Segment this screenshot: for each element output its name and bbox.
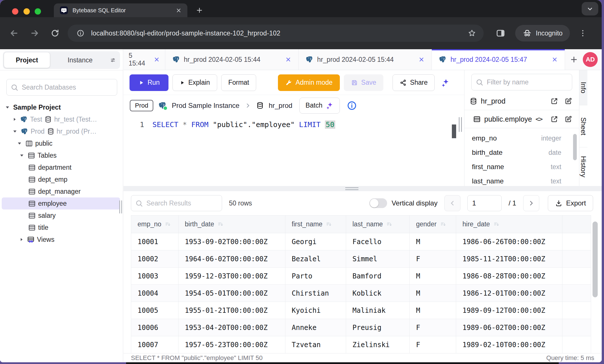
caret-down-icon[interactable] [16,140,23,147]
tab-sheet[interactable]: Sheet [579,105,587,147]
editor-tab-4-active[interactable]: hr_prod 2024-02-05 15:47 [432,49,565,70]
external-link-icon[interactable] [550,97,558,105]
close-tab-icon[interactable] [552,56,558,63]
external-link-icon[interactable] [550,115,558,123]
column-row-first-name[interactable]: first_name text [464,160,579,174]
new-tab-button[interactable] [193,3,206,17]
tree-item-views[interactable]: Views [0,234,123,246]
back-icon[interactable] [9,28,19,38]
panel-scrollbar-thumb[interactable] [573,134,577,160]
maximize-window-button[interactable] [35,8,41,15]
editor-scrollbar-thumb[interactable] [452,124,456,138]
sort-icon[interactable] [493,221,500,228]
url-bar[interactable]: localhost:8080/sql-editor/prod-sample-in… [68,25,484,42]
table-row[interactable]: 100071957-05-23T00:00:00ZTzvetanZielinsk… [131,336,591,353]
column-header-gender[interactable]: gender [410,215,456,233]
tree-item-title[interactable]: title [0,221,123,234]
code-icon[interactable]: <> [536,115,542,123]
close-tab-icon[interactable] [418,56,425,63]
sql-editor[interactable]: 1 SELECT*FROM"public"."employee"LIMIT50 [123,116,464,186]
column-header-emp-no[interactable]: emp_no [131,215,179,233]
table-row[interactable]: 100021964-06-02T00:00:00ZBezalelSimmelF1… [131,250,591,268]
tab-project[interactable]: Project [4,52,50,68]
browser-menu-icon[interactable] [578,29,587,37]
next-page-button[interactable] [523,195,539,211]
results-search-input[interactable] [146,199,218,207]
divider-drag-handle[interactable] [345,186,358,191]
database-search[interactable] [6,79,117,96]
tree-item-department[interactable]: department [0,161,123,173]
tree-item-project[interactable]: Sample Project [0,101,123,113]
tree-item-hr-prod[interactable]: Prod hr_prod (Pr… [0,125,123,137]
column-header-birth-date[interactable]: birth_date [179,215,285,233]
schema-filter[interactable] [471,74,572,90]
panel-database-row[interactable]: hr_prod [464,92,579,110]
results-divider[interactable] [123,186,602,191]
admin-mode-button[interactable]: Admin mode [278,74,340,91]
column-header-first-name[interactable]: first_name [285,215,346,233]
editor-tab-2[interactable]: hr_prod 2024-02-05 15:44 [165,49,299,70]
avatar[interactable]: AD [583,52,598,67]
tab-history[interactable]: History [579,147,587,186]
close-tab-icon[interactable] [154,56,160,63]
close-tab-icon[interactable] [176,7,182,13]
caret-down-icon[interactable] [4,104,11,111]
vertical-display-toggle[interactable] [369,198,387,208]
ai-sparkles-icon[interactable] [441,78,450,87]
bookmark-star-icon[interactable] [468,29,476,37]
editor-tab-1[interactable]: 5 15:44 [123,49,165,70]
sort-icon[interactable] [386,221,393,228]
edit-icon[interactable] [564,115,572,123]
database-search-input[interactable] [22,84,113,91]
close-window-button[interactable] [12,8,18,15]
edit-icon[interactable] [564,97,572,105]
schema-filter-input[interactable] [487,78,568,86]
sort-icon[interactable] [440,221,446,228]
sort-icon[interactable] [217,221,224,228]
format-button[interactable]: Format [221,74,256,91]
tree-item-dept-emp[interactable]: dept_emp [0,173,123,185]
table-row[interactable]: 100041954-05-01T00:00:00ZChirstianKoblic… [131,285,591,302]
page-number-input[interactable] [467,195,502,211]
column-row-last-name[interactable]: last_name text [464,174,579,186]
sort-icon[interactable] [326,221,332,228]
tree-item-employee-selected[interactable]: employee [2,197,120,209]
site-info-icon[interactable] [75,28,86,39]
run-button[interactable]: Run [130,74,168,91]
column-header-last-name[interactable]: last_name [346,215,410,233]
new-sheet-button[interactable] [565,49,583,70]
caret-right-icon[interactable] [18,236,25,243]
panel-resize-handle[interactable] [459,117,462,132]
tree-item-tables[interactable]: Tables [0,149,123,161]
explain-button[interactable]: Explain [172,74,217,91]
share-button[interactable]: Share [393,74,435,91]
table-row[interactable]: 100011953-09-02T00:00:00ZGeorgiFacelloM1… [131,233,591,250]
close-tab-icon[interactable] [285,56,291,63]
forward-icon[interactable] [30,28,40,38]
caret-down-icon[interactable] [11,128,18,135]
save-button[interactable]: Save [344,74,383,91]
minimize-window-button[interactable] [23,8,30,15]
tree-item-public-schema[interactable]: public [0,137,123,149]
sliders-icon[interactable] [110,56,119,64]
editor-tab-3[interactable]: hr_prod 2024-02-05 15:44 [299,49,432,70]
tab-search-button[interactable] [582,2,598,15]
tree-item-dept-manager[interactable]: dept_manager [0,185,123,197]
reload-icon[interactable] [50,29,60,38]
caret-down-icon[interactable] [18,152,25,159]
tree-item-salary[interactable]: salary [0,209,123,221]
sidebar-resize-handle[interactable] [119,200,122,213]
table-row[interactable]: 100061953-04-20T00:00:00ZAnnekePreusigF1… [131,319,591,336]
panel-table-row[interactable]: public.employe <> [464,110,579,128]
tab-instance[interactable]: Instance [50,56,110,64]
database-name[interactable]: hr_prod [269,102,293,110]
browser-tab[interactable]: Bytebase SQL Editor [54,3,187,17]
column-row-birth-date[interactable]: birth_date date [464,145,579,160]
column-row-emp-no[interactable]: emp_no integer [464,131,579,145]
instance-name[interactable]: Prod Sample Instance [172,102,239,110]
results-search[interactable] [131,195,222,211]
prev-page-button[interactable] [444,195,460,211]
column-header-hire-date[interactable]: hire_date [456,215,562,233]
table-row[interactable]: 100051955-01-21T00:00:00ZKyoichiMaliniak… [131,302,591,319]
sort-icon[interactable] [165,221,171,228]
